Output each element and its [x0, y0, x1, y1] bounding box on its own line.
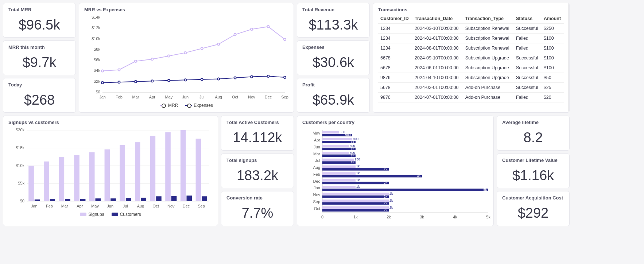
kpi-total-revenue: Total Revenue $113.3k — [297, 3, 370, 38]
svg-text:May: May — [313, 131, 320, 135]
svg-text:Feb: Feb — [313, 172, 320, 176]
chart-legend: MRR Expenses — [84, 103, 288, 108]
svg-text:3k: 3k — [420, 215, 424, 219]
table-title: Transactions — [378, 7, 564, 12]
kpi-conversion-rate: Conversion rate 7.7% — [221, 191, 294, 226]
svg-rect-86 — [171, 196, 177, 201]
svg-text:500: 500 — [340, 130, 345, 134]
kpi-value: $268 — [8, 89, 70, 110]
svg-text:$0: $0 — [96, 90, 100, 94]
svg-point-24 — [151, 58, 153, 60]
svg-text:2k: 2k — [387, 215, 391, 219]
table-header[interactable]: Statuss — [514, 14, 542, 24]
svg-text:$0: $0 — [20, 199, 24, 203]
svg-text:1k: 1k — [350, 140, 354, 144]
svg-point-29 — [234, 34, 236, 36]
chart-title: Signups vs customers — [8, 120, 213, 125]
svg-point-41 — [234, 77, 236, 79]
svg-text:May: May — [165, 95, 172, 99]
scrollbar[interactable] — [569, 3, 570, 112]
svg-rect-132 — [322, 175, 422, 178]
kpi-label: Today — [8, 82, 70, 88]
kpi-clv: Customer Lifetime Value $1.16k — [497, 154, 570, 189]
kpi-label: Profit — [302, 82, 364, 88]
svg-rect-125 — [322, 166, 356, 168]
chart-legend: Signups Customers — [8, 212, 213, 217]
svg-text:$6k: $6k — [94, 58, 100, 62]
kpi-label: Average lifetime — [502, 120, 564, 125]
svg-rect-135 — [322, 179, 356, 182]
kpi-total-signups: Total signups 183.2k — [221, 154, 294, 189]
svg-text:1k: 1k — [350, 147, 354, 150]
svg-rect-67 — [28, 166, 34, 202]
svg-point-42 — [251, 76, 253, 78]
table-row[interactable]: 56782024-06-01T00:00:00Subscription Upgr… — [378, 63, 564, 73]
svg-rect-88 — [187, 195, 192, 201]
table-row[interactable]: 98762024-07-01T00:00:00Add-on PurchaseFa… — [378, 93, 564, 102]
kpi-active-customers: Total Active Customers 14.112k — [221, 116, 294, 151]
svg-text:2k: 2k — [384, 181, 387, 185]
svg-text:$2k: $2k — [94, 79, 100, 84]
svg-text:0: 0 — [321, 215, 323, 219]
kpi-value: $65.9k — [302, 89, 364, 110]
svg-text:2k: 2k — [389, 199, 393, 202]
svg-point-25 — [168, 55, 170, 57]
svg-rect-69 — [44, 162, 49, 201]
kpi-label: Customer Acquisition Cost — [502, 195, 564, 201]
table-header[interactable]: Transaction_Type — [463, 14, 514, 24]
legend-item-expenses: Expenses — [185, 103, 213, 108]
kpi-value: $113.3k — [302, 14, 364, 35]
table-row[interactable]: 56782024-02-01T00:00:00Add-on PurchaseSu… — [378, 83, 564, 93]
table-row[interactable]: 98762024-04-10T00:00:00Subscription Upgr… — [378, 73, 564, 83]
svg-text:Oct: Oct — [314, 206, 320, 211]
svg-text:Aug: Aug — [215, 95, 222, 99]
svg-rect-81 — [135, 142, 140, 201]
svg-text:Nov: Nov — [167, 204, 175, 208]
svg-rect-120 — [322, 159, 354, 161]
kpi-profit: Profit $65.9k — [297, 78, 370, 113]
svg-text:1k: 1k — [350, 160, 354, 164]
svg-text:Jan: Jan — [314, 186, 320, 190]
table-header[interactable]: Customer_ID — [378, 14, 412, 24]
table-row[interactable]: 12342024-03-10T00:00:00Subscription Rene… — [378, 24, 564, 34]
kpi-cac: Customer Acquisition Cost $292 — [497, 191, 570, 226]
table-row[interactable]: 56782024-09-10T00:00:00Subscription Upgr… — [378, 53, 564, 63]
svg-rect-157 — [322, 209, 389, 212]
row2-left: Signups vs customers $0$5k$10k$15k$20kJa… — [3, 116, 294, 226]
svg-text:950: 950 — [354, 158, 360, 161]
svg-text:1k: 1k — [353, 215, 358, 219]
legend-item-signups: Signups — [80, 212, 104, 217]
svg-rect-147 — [322, 195, 389, 198]
table-header[interactable]: Transaction_Date — [412, 14, 463, 24]
svg-point-31 — [267, 26, 269, 28]
svg-text:Nov: Nov — [248, 95, 255, 99]
svg-text:Aug: Aug — [313, 165, 320, 170]
kpi-value: $1.16k — [502, 164, 564, 185]
kpi-label: Total signups — [226, 158, 288, 163]
svg-rect-77 — [105, 150, 110, 201]
table-header[interactable]: Amount — [542, 14, 564, 24]
svg-point-22 — [118, 69, 120, 71]
svg-text:$10k: $10k — [16, 163, 24, 168]
svg-point-35 — [135, 81, 137, 83]
table-row[interactable]: 12342024-01-01T00:00:00Subscription Rene… — [378, 34, 564, 43]
kpi-label: Expenses — [302, 44, 364, 50]
svg-rect-85 — [165, 132, 171, 201]
svg-text:Jan: Jan — [99, 95, 106, 99]
svg-rect-87 — [181, 130, 186, 201]
svg-text:Dec: Dec — [183, 204, 190, 208]
svg-text:$14k: $14k — [92, 15, 100, 19]
svg-rect-127 — [322, 168, 389, 171]
svg-text:2k: 2k — [389, 206, 393, 209]
svg-text:Oct: Oct — [232, 95, 238, 99]
svg-rect-74 — [80, 199, 86, 201]
transactions-table: Customer_IDTransaction_DateTransaction_T… — [378, 14, 564, 102]
kpi-avg-lifetime: Average lifetime 8.2 — [497, 116, 570, 151]
svg-text:Apr: Apr — [77, 204, 83, 208]
svg-rect-142 — [322, 189, 488, 191]
kpi-stack-row2-left: Total Active Customers 14.112k Total sig… — [221, 116, 294, 226]
svg-point-26 — [184, 52, 186, 54]
svg-text:5k: 5k — [483, 188, 487, 191]
svg-text:4k: 4k — [453, 215, 457, 219]
table-row[interactable]: 12342024-08-01T00:00:00Subscription Rene… — [378, 43, 564, 53]
